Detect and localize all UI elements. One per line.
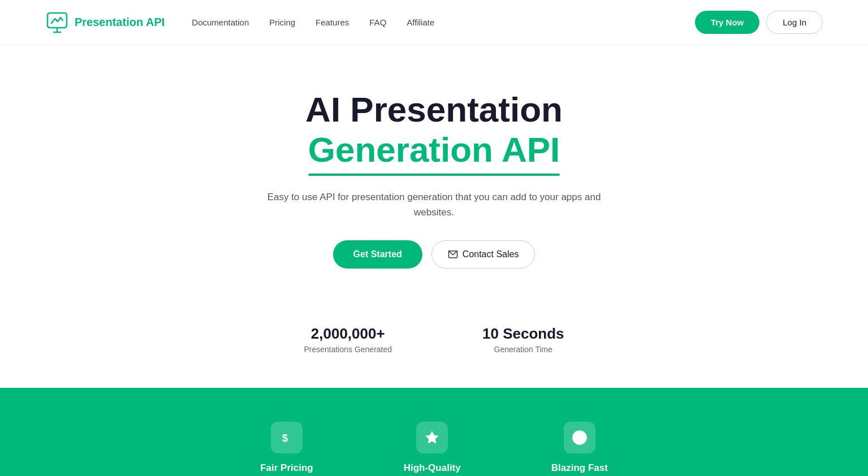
feature-blazing-fast: Blazing Fast — [551, 422, 608, 474]
star-icon — [424, 430, 440, 445]
stat-time-label: Generation Time — [482, 345, 564, 354]
navbar-right: Try Now Log In — [695, 11, 823, 34]
navbar: Presentation API Documentation Pricing F… — [0, 0, 868, 45]
svg-text:$: $ — [282, 432, 288, 444]
nav-affiliate[interactable]: Affiliate — [407, 18, 434, 27]
high-quality-label: High-Quality — [404, 462, 461, 474]
nav-faq[interactable]: FAQ — [369, 18, 386, 27]
blazing-fast-label: Blazing Fast — [551, 462, 608, 474]
feature-fair-pricing: $ Fair Pricing — [260, 422, 313, 474]
fair-pricing-icon-box: $ — [271, 422, 303, 453]
fair-pricing-label: Fair Pricing — [260, 462, 313, 474]
login-button[interactable]: Log In — [766, 11, 823, 34]
hero-title: AI Presentation Generation API — [305, 90, 563, 171]
high-quality-icon-box — [416, 422, 448, 453]
nav-features[interactable]: Features — [316, 18, 349, 27]
nav-documentation[interactable]: Documentation — [192, 18, 249, 27]
hero-title-line2: Generation API — [308, 129, 560, 171]
stat-presentations: 2,000,000+ Presentations Generated — [304, 325, 392, 354]
nav-links: Documentation Pricing Features FAQ Affil… — [192, 18, 434, 28]
contact-sales-button[interactable]: Contact Sales — [431, 240, 536, 269]
stat-presentations-number: 2,000,000+ — [304, 325, 392, 343]
stats-section: 2,000,000+ Presentations Generated 10 Se… — [0, 302, 868, 388]
nav-pricing[interactable]: Pricing — [269, 18, 295, 27]
blazing-fast-icon-box — [564, 422, 595, 453]
hero-title-line1: AI Presentation — [305, 90, 563, 129]
feature-high-quality: High-Quality — [404, 422, 461, 474]
stat-presentations-label: Presentations Generated — [304, 345, 392, 354]
hero-section: AI Presentation Generation API Easy to u… — [0, 45, 868, 302]
stat-generation-time: 10 Seconds Generation Time — [482, 325, 564, 354]
stat-time-number: 10 Seconds — [482, 325, 564, 343]
get-started-button[interactable]: Get Started — [333, 240, 422, 269]
navbar-left: Presentation API Documentation Pricing F… — [45, 11, 434, 34]
svg-marker-6 — [426, 431, 439, 443]
hero-subtitle: Easy to use API for presentation generat… — [265, 189, 604, 220]
clock-icon — [572, 430, 588, 445]
hero-buttons: Get Started Contact Sales — [333, 240, 536, 269]
try-now-button[interactable]: Try Now — [695, 11, 759, 34]
brand-name: Presentation API — [75, 16, 165, 29]
mail-icon — [448, 249, 458, 259]
dollar-icon: $ — [279, 430, 295, 445]
features-section: $ Fair Pricing High-Quality Blazing Fast — [0, 388, 868, 476]
logo[interactable]: Presentation API — [45, 11, 165, 34]
logo-icon — [45, 11, 69, 34]
